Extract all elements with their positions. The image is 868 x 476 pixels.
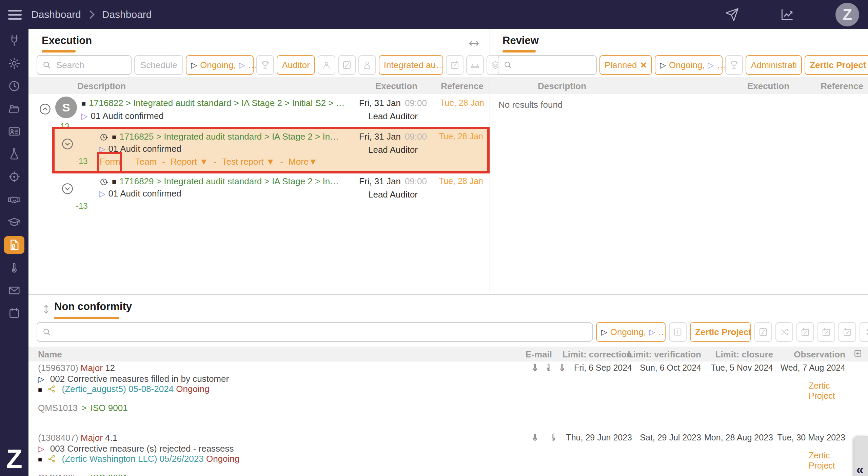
sidebar-item-contacts[interactable] [0, 120, 28, 143]
user-avatar[interactable]: Z [835, 3, 859, 26]
sort-button[interactable] [860, 322, 868, 342]
auditor-filter-chip[interactable]: Auditor [277, 55, 315, 75]
edit-button[interactable] [754, 322, 772, 342]
expand-horizontal-icon[interactable] [468, 37, 480, 49]
sidebar-item-projects[interactable] [0, 97, 28, 120]
nc-description[interactable]: ▷ 003 Corrective measure (s) rejected - … [38, 443, 234, 454]
nonconformity-row[interactable]: (1596370) Major 12 ▷ 002 Corrective meas… [28, 363, 868, 431]
nc-link-line: ■ (Zertic_august5) 05-08-2024 Ongoing [38, 384, 210, 394]
test-report-dropdown[interactable]: Test report ▼ [222, 157, 275, 167]
thermometer-icon[interactable] [549, 433, 558, 441]
breadcrumb-item[interactable]: Dashboard [102, 9, 152, 20]
sidebar-item-settings[interactable] [0, 52, 28, 75]
audit-step[interactable]: ▷01 Audit confirmed [81, 111, 164, 121]
add-column-icon[interactable] [853, 349, 863, 358]
severity-badge: Major [81, 363, 103, 373]
execution-row-selected[interactable]: ■1716825 > Integrated audit standard > I… [54, 129, 488, 172]
thermometer-icon[interactable] [558, 363, 567, 372]
organization-link[interactable]: (Zertic_august5) 05-08-2024 [62, 384, 174, 394]
standard-link[interactable]: ISO 9001 [91, 403, 128, 413]
person-badge-filter-button[interactable] [358, 55, 376, 75]
nonconformity-row[interactable]: (1308407) Major 4.1 ▷ 003 Corrective mea… [28, 433, 868, 476]
sidebar-item-measurements[interactable] [0, 256, 28, 279]
edit-filter-button[interactable] [338, 55, 356, 75]
collapse-chevron-up-icon[interactable] [39, 103, 52, 116]
administrator-filter-chip[interactable]: Administrati [746, 55, 802, 75]
search-icon [503, 60, 513, 70]
resize-vertical-icon[interactable] [41, 304, 52, 315]
thermometer-icon[interactable] [544, 363, 553, 372]
sidebar-item-audits-active[interactable] [0, 233, 28, 256]
nc-description[interactable]: ▷ 002 Corrective measures filled in by c… [38, 374, 229, 384]
search-input[interactable] [517, 60, 591, 71]
person-icon [321, 60, 332, 70]
execution-row[interactable]: S ■1716822 > Integrated audit standard >… [28, 97, 490, 129]
project-link[interactable]: Zertic Project [809, 450, 849, 471]
audit-step[interactable]: ▷01 Audit confirmed [99, 188, 181, 199]
car-filter-button[interactable] [466, 55, 484, 75]
team-link[interactable]: Team [135, 157, 157, 167]
folder-icon [8, 102, 21, 115]
form-link[interactable]: Form [100, 157, 120, 167]
audit-link[interactable]: ■1716829 > Integrated audit standard > I… [112, 176, 339, 187]
triangle-icon: ▷ [81, 111, 87, 121]
more-dropdown[interactable]: More▼ [289, 157, 317, 167]
thermometer-icon [8, 262, 20, 274]
remove-filter-icon[interactable]: ✕ [640, 60, 647, 70]
calendar-edit-filter-button[interactable] [446, 55, 463, 75]
sidebar-item-plug[interactable] [0, 29, 28, 52]
status-filter-chip[interactable]: ▷ Ongoing, ▷ … ✕ [596, 322, 666, 342]
project-link[interactable]: Zertic Project [809, 380, 849, 401]
avatar: S [55, 97, 77, 118]
status-filter-chip[interactable]: ▷ Ongoing, ▷ … ✕ [655, 55, 723, 75]
trophy-filter-button[interactable] [256, 55, 274, 75]
sidebar-item-partners[interactable] [0, 188, 28, 211]
search-input[interactable] [56, 327, 587, 338]
thermometer-icon[interactable] [531, 433, 539, 441]
calendar-edit-button[interactable] [839, 322, 856, 342]
execution-time: 09:00 [405, 98, 427, 108]
thermometer-icon[interactable] [531, 363, 539, 372]
shuffle-button[interactable] [775, 322, 793, 342]
planned-filter-chip[interactable]: Planned ✕ [599, 55, 652, 75]
report-dropdown[interactable]: Report ▼ [171, 157, 208, 167]
share-icon[interactable] [47, 385, 56, 393]
send-icon[interactable] [725, 7, 739, 22]
audit-step[interactable]: ▷01 Audit confirmed [99, 144, 181, 154]
execution-search[interactable] [37, 55, 132, 75]
review-search[interactable] [498, 55, 597, 75]
collapse-chevron-down-icon[interactable] [61, 182, 74, 195]
audit-link[interactable]: ■1716825 > Integrated audit standard > I… [112, 131, 339, 142]
person-filter-button[interactable] [318, 55, 335, 75]
status-filter-chip[interactable]: ▷ Ongoing, ▷ … ✕ [186, 55, 254, 75]
side-drawer-toggle[interactable]: « [854, 436, 868, 476]
execution-row[interactable]: ■1716829 > Integrated audit standard > I… [54, 175, 488, 212]
standard-link[interactable]: ISO 9001 [91, 473, 128, 476]
add-column-icon [673, 327, 683, 337]
sidebar-item-messages[interactable] [0, 279, 28, 302]
add-column-button[interactable] [669, 322, 687, 342]
sidebar-item-history[interactable] [0, 75, 28, 97]
search-input[interactable] [56, 60, 126, 71]
share-icon[interactable] [47, 454, 56, 463]
sidebar-item-lab[interactable] [0, 143, 28, 165]
menu-icon[interactable] [8, 7, 22, 22]
trophy-filter-button[interactable] [725, 55, 743, 75]
analytics-icon[interactable] [780, 7, 795, 22]
sidebar-item-objectives[interactable] [0, 165, 28, 188]
reference-date: Tue, 28 Jan [439, 176, 483, 186]
calendar-edit-button[interactable] [817, 322, 835, 342]
project-filter-chip[interactable]: Zertic Project ✕ [690, 322, 751, 342]
audit-link[interactable]: ■1716822 > Integrated audit standard > I… [81, 98, 345, 108]
nonconformity-search[interactable] [37, 322, 593, 342]
breadcrumb-item[interactable]: Dashboard [31, 9, 81, 20]
collapse-chevron-down-icon[interactable] [61, 138, 74, 150]
schedule-button[interactable]: Schedule [134, 55, 183, 75]
sidebar-item-calendar[interactable] [0, 302, 28, 324]
standard-filter-chip[interactable]: Integrated au… ✕ [379, 55, 443, 75]
organization-link[interactable]: (Zertic Washington LLC) 05/26/2023 [62, 454, 204, 464]
calendar-edit-button[interactable] [796, 322, 814, 342]
project-filter-chip[interactable]: Zertic Project ✕ [805, 55, 868, 75]
sidebar-item-training[interactable] [0, 211, 28, 233]
nonconformity-title: Non conformity [54, 301, 132, 313]
